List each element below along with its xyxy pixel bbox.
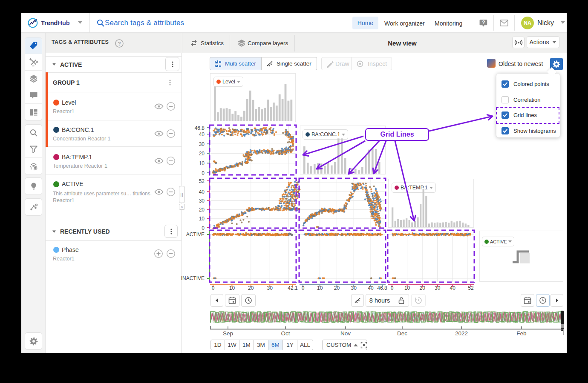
- svg-text:Nov: Nov: [340, 330, 351, 337]
- svg-text:10: 10: [199, 216, 205, 222]
- svg-text:30: 30: [351, 285, 357, 291]
- svg-text:42.1: 42.1: [288, 285, 298, 291]
- svg-text:0: 0: [391, 285, 394, 291]
- svg-text:10: 10: [229, 285, 235, 291]
- svg-text:Feb: Feb: [516, 330, 526, 337]
- svg-text:Dec: Dec: [397, 330, 407, 337]
- svg-text:40: 40: [368, 285, 374, 291]
- svg-text:10: 10: [404, 285, 410, 291]
- svg-text:10: 10: [317, 285, 323, 291]
- svg-text:2022: 2022: [455, 330, 468, 337]
- svg-text:30: 30: [435, 285, 441, 291]
- svg-text:40: 40: [199, 189, 205, 195]
- svg-text:20: 20: [420, 285, 426, 291]
- svg-text:30: 30: [199, 141, 205, 147]
- svg-text:30: 30: [199, 198, 205, 204]
- svg-text:Oct: Oct: [281, 330, 290, 337]
- svg-text:0: 0: [212, 285, 215, 291]
- svg-text:46.8: 46.8: [195, 125, 205, 131]
- svg-text:10: 10: [199, 160, 205, 166]
- svg-text:INACTIVE: INACTIVE: [181, 275, 205, 281]
- svg-text:0: 0: [202, 225, 205, 231]
- svg-text:20: 20: [248, 285, 254, 291]
- svg-text:46.8: 46.8: [377, 285, 387, 291]
- svg-text:0: 0: [202, 170, 205, 176]
- svg-text:40: 40: [199, 131, 205, 137]
- svg-text:52: 52: [468, 285, 474, 291]
- svg-text:ACTIVE: ACTIVE: [186, 232, 205, 237]
- svg-text:52: 52: [199, 178, 205, 184]
- svg-text:0: 0: [302, 285, 305, 291]
- svg-text:40: 40: [450, 285, 456, 291]
- svg-text:20: 20: [199, 151, 205, 157]
- svg-text:20: 20: [334, 285, 340, 291]
- svg-text:30: 30: [267, 285, 273, 291]
- svg-text:20: 20: [199, 207, 205, 213]
- svg-text:Sep: Sep: [223, 330, 233, 337]
